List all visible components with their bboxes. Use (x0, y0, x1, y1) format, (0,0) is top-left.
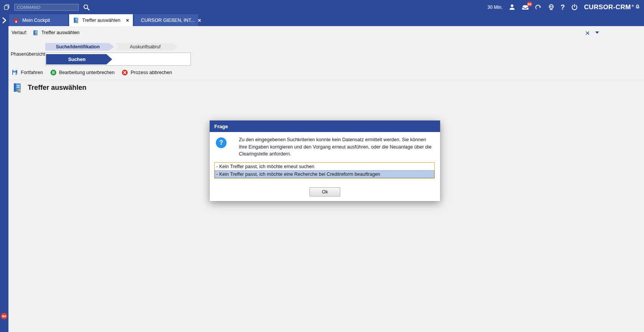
home-icon (13, 17, 19, 23)
application-window: 30 Min. 94 (0, 0, 644, 332)
tab-bar: Mein Cockpit Treffer auswählen × (0, 14, 644, 26)
brand-logo: CURSOR-CRM® (584, 3, 640, 11)
action-label: Prozess abbrechen (131, 70, 172, 75)
dialog-titlebar[interactable]: Frage (210, 121, 440, 132)
action-label: Bearbeitung unterbrechen (59, 70, 115, 75)
option-recherche-creditreform[interactable]: - Kein Treffer passt, ich möchte eine Re… (215, 170, 434, 178)
tab-close-icon[interactable]: × (198, 18, 201, 23)
inbox-icon[interactable]: 94 (521, 4, 529, 10)
prozess-abbrechen-button[interactable]: Prozess abbrechen (122, 69, 172, 76)
phase-row: Suche/Identifikation Auskunftsabruf (45, 43, 177, 51)
option-erneut-suchen[interactable]: - Kein Treffer passt, ich möchte erneut … (215, 163, 434, 170)
verlauf-bar: Verlauf: Treffer auswählen × (8, 28, 644, 38)
sailboat-icon (635, 3, 640, 10)
help-icon[interactable]: ? (561, 4, 565, 11)
page-header: Treffer auswählen (12, 82, 86, 93)
app-windows-icon[interactable] (3, 4, 10, 10)
tab-cursor-giessen[interactable]: CURSOR GIEßEN, INT... × (134, 14, 198, 26)
save-continue-icon (12, 69, 18, 76)
fortfahren-button[interactable]: Fortfahren (12, 69, 43, 76)
book-person-icon (33, 30, 38, 36)
globe-icon[interactable] (548, 4, 555, 10)
dialog-title: Frage (214, 124, 228, 129)
ok-button[interactable]: Ok (310, 187, 340, 197)
user-icon[interactable] (509, 4, 515, 10)
book-person-icon (73, 17, 79, 23)
close-icon[interactable]: × (585, 29, 590, 37)
subphase-container: Suchen (45, 53, 191, 66)
pause-circle-icon (50, 69, 56, 76)
inbox-badge: 94 (527, 2, 532, 7)
divider (8, 80, 644, 80)
registered-mark: ® (632, 4, 634, 8)
notification-badge: 94 (1, 313, 7, 319)
power-icon[interactable] (571, 4, 578, 11)
subphase-suchen[interactable]: Suchen (46, 54, 112, 64)
page-title: Treffer auswählen (28, 84, 86, 92)
brand-text: CURSOR-CRM (584, 3, 631, 11)
chevron-right-icon[interactable] (0, 14, 9, 26)
tab-treffer-auswaehlen[interactable]: Treffer auswählen × (69, 14, 133, 26)
cancel-circle-icon (122, 69, 128, 76)
tab-label: Mein Cockpit (22, 18, 50, 23)
verlauf-label: Verlauf: (12, 30, 27, 35)
bearbeitung-unterbrechen-button[interactable]: Bearbeitung unterbrechen (50, 69, 115, 76)
dialog-option-list: - Kein Treffer passt, ich möchte erneut … (214, 162, 435, 178)
chevron-down-icon[interactable] (595, 31, 599, 34)
redo-arrow-icon[interactable] (535, 4, 542, 10)
question-circle-icon: ? (216, 137, 227, 148)
process-actions: Fortfahren Bearbeitung unterbrechen Proz… (12, 69, 172, 76)
phase-auskunftsabruf[interactable]: Auskunftsabruf (115, 43, 177, 51)
frage-dialog: Frage ? Zu den eingegebenen Suchkriterie… (210, 121, 440, 201)
left-edge-strip: 94 (0, 26, 8, 332)
action-label: Fortfahren (21, 70, 43, 75)
tab-label: Treffer auswählen (82, 18, 120, 23)
phase-suche-identifikation[interactable]: Suche/Identifikation (45, 43, 114, 51)
session-timer: 30 Min. (487, 5, 502, 10)
topbar: 30 Min. 94 (0, 0, 644, 14)
tab-mein-cockpit[interactable]: Mein Cockpit (9, 14, 68, 26)
verlauf-value: Treffer auswählen (41, 30, 79, 35)
verlauf-entry[interactable]: Treffer auswählen (33, 30, 79, 36)
tab-label: CURSOR GIEßEN, INT... (141, 18, 195, 23)
search-icon[interactable] (83, 4, 90, 11)
phasenuebersicht-label: Phasenübersicht: (11, 51, 46, 57)
dialog-message: Zu den eingegebenen Suchkriterien konnte… (239, 136, 435, 158)
command-input[interactable] (14, 4, 79, 11)
dialog-body: ? Zu den eingegebenen Suchkriterien konn… (210, 132, 440, 201)
book-person-icon (12, 82, 22, 93)
tab-close-icon[interactable]: × (126, 18, 129, 23)
